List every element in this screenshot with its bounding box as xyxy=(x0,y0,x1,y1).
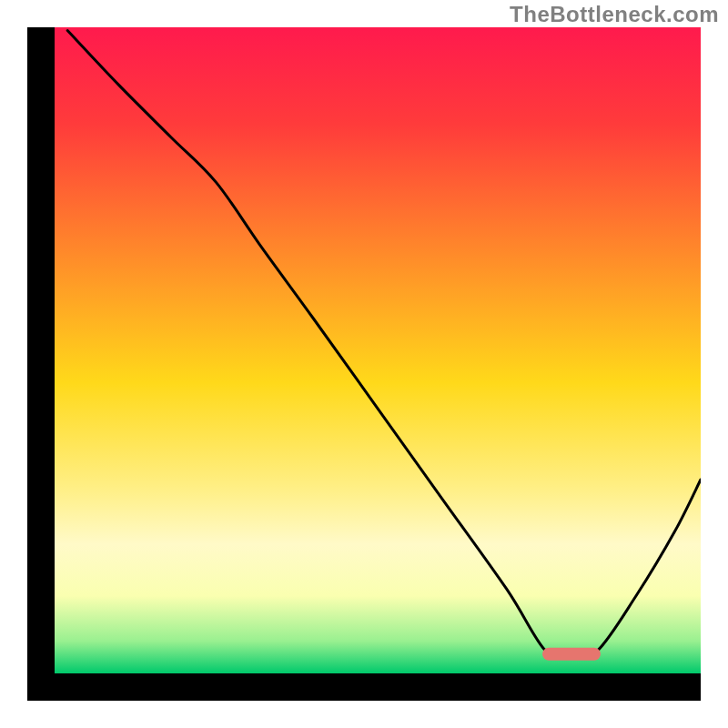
gradient-background xyxy=(55,27,701,673)
x-axis xyxy=(27,673,701,701)
optimal-range-marker xyxy=(542,648,601,661)
y-axis xyxy=(27,27,55,701)
watermark-text: TheBottleneck.com xyxy=(510,2,719,27)
chart-svg xyxy=(27,27,701,701)
chart-container: TheBottleneck.com xyxy=(0,0,728,728)
plot-area xyxy=(27,27,701,701)
